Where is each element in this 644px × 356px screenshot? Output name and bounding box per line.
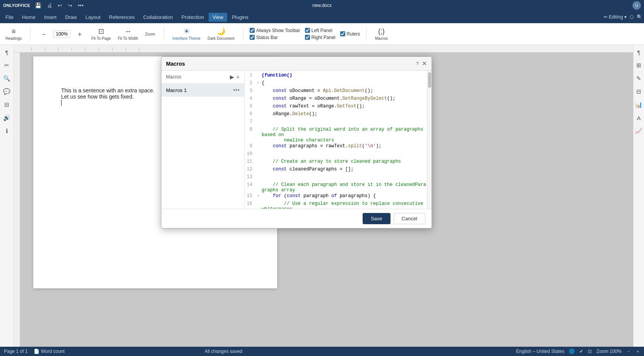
menu-references[interactable]: References (105, 13, 139, 22)
always-show-toolbar-label: Always Show Toolbar (256, 28, 300, 33)
zoom-in-button[interactable]: ＋ (73, 28, 87, 40)
redo-icon[interactable]: ↪ (66, 2, 74, 9)
run-macro-button[interactable]: ▶ (230, 74, 234, 80)
track-changes-icon[interactable]: ✔ (579, 349, 583, 354)
view-mode-icon[interactable]: ⊡ (588, 349, 592, 354)
menu-layout[interactable]: Layout (82, 13, 104, 22)
zoom-in-icon: ＋ (76, 29, 83, 39)
right-sidebar-table[interactable]: ⊞ (633, 60, 644, 71)
line-code-13 (262, 174, 427, 174)
menu-protection[interactable]: Protection (178, 13, 208, 22)
dialog-help-button[interactable]: ? (416, 61, 419, 66)
fit-to-width-button[interactable]: ↔ Fit To Width (115, 26, 140, 42)
code-line-13: 13 (245, 174, 427, 182)
code-line-7: 7 (245, 119, 427, 126)
more-icon[interactable]: ••• (76, 2, 85, 9)
toolbar-sep-1 (30, 27, 31, 41)
spell-check-icon[interactable]: 🌐 (569, 349, 575, 354)
dark-document-button[interactable]: 🌙 Dark Document (205, 26, 236, 42)
save-icon[interactable]: 💾 (33, 2, 43, 9)
document-title: new.docx (312, 3, 332, 8)
interface-theme-label: Interface Theme (173, 36, 201, 41)
cancel-button[interactable]: Cancel (394, 213, 425, 224)
code-line-14: 14 // Clean each paragraph and store it … (245, 182, 427, 193)
right-sidebar-chart[interactable]: 📊 (633, 99, 644, 111)
save-button[interactable]: Save (363, 213, 391, 224)
print-icon[interactable]: 🖨 (45, 2, 54, 9)
menu-home[interactable]: Home (18, 13, 39, 22)
sidebar-icon-cut[interactable]: ✂ (1, 60, 13, 71)
code-editor[interactable]: 1 (function() 2 ▾ { 3 (245, 71, 427, 209)
right-sidebar-minus[interactable]: ⊟ (633, 86, 644, 97)
zoom-increase[interactable]: ＋ (635, 348, 640, 355)
fit-to-page-button[interactable]: ⊡ Fit To Page (89, 26, 113, 42)
dialog-title: Macros (166, 61, 185, 67)
dialog-footer: Save Cancel (161, 209, 432, 228)
sidebar-icon-table[interactable]: ⊟ (1, 99, 13, 111)
line-number-10: 10 (245, 151, 257, 157)
menu-file[interactable]: File (2, 13, 17, 22)
line-arrow-2: ▾ (257, 80, 262, 85)
undo-icon[interactable]: ↩ (56, 2, 64, 9)
menu-draw[interactable]: Draw (61, 13, 80, 22)
macros-list-panel: Macros ▶ + Macros 1 ••• (161, 71, 245, 209)
add-macro-button[interactable]: + (236, 74, 240, 80)
left-panel-row: Left Panel (305, 28, 336, 33)
sidebar-icon-info[interactable]: ℹ (1, 125, 13, 137)
line-arrow-3 (257, 88, 262, 89)
macros-dialog: Macros ? ✕ Macros ▶ + (161, 56, 432, 228)
line-arrow-16 (257, 201, 262, 201)
sidebar-icon-comment[interactable]: 💬 (1, 86, 13, 97)
macro-more-button[interactable]: ••• (233, 87, 240, 94)
right-sidebar-stats[interactable]: 📈 (633, 125, 644, 137)
code-scrollbar[interactable] (427, 71, 432, 209)
line-number-14: 14 (245, 182, 257, 187)
interface-theme-button[interactable]: ☀ Interface Theme (170, 26, 203, 42)
zoom-group: － 100% ＋ ⊡ Fit To Page ↔ Fit To Width Zo… (37, 26, 157, 42)
word-count-label[interactable]: 📄 Word count (34, 349, 65, 354)
rulers-checkbox[interactable] (340, 31, 345, 36)
always-show-toolbar-checkbox[interactable] (250, 28, 255, 33)
fit-to-width-label: Fit To Width (118, 36, 138, 41)
sidebar-icon-para[interactable]: ¶ (1, 46, 13, 58)
search-icon[interactable]: 🔍 (637, 14, 642, 20)
macros-icon: {;} (378, 27, 385, 36)
right-sidebar-text[interactable]: A (633, 112, 644, 124)
code-line-12: 12 const cleanedParagraphs = []; (245, 166, 427, 174)
status-bar-checkbox[interactable] (250, 35, 255, 40)
toolbar-sep-2 (164, 27, 164, 41)
right-sidebar-edit[interactable]: ✎ (633, 73, 644, 84)
status-right: English – United States 🌐 ✔ ⊡ Zoom 100% … (516, 348, 640, 355)
line-arrow-13 (257, 174, 262, 175)
menu-plugins[interactable]: Plugins (228, 13, 252, 22)
zoom-value[interactable]: 100% (53, 30, 70, 38)
menu-collaboration[interactable]: Collaboration (139, 13, 177, 22)
macros-button[interactable]: {;} Macros (373, 26, 390, 42)
right-panel-checkbox[interactable] (305, 35, 310, 40)
language-label[interactable]: English – United States (516, 349, 565, 354)
macros-header-buttons: ▶ + (230, 74, 240, 80)
scrollbar-thumb (428, 72, 431, 88)
menu-insert[interactable]: Insert (40, 13, 61, 22)
dialog-close-button[interactable]: ✕ (422, 60, 427, 67)
line-arrow-1 (257, 72, 262, 73)
rulers-label: Rulers (347, 31, 360, 37)
line-number-4: 4 (245, 95, 257, 101)
headings-button[interactable]: ≡ Headings (3, 26, 24, 42)
zoom-decrease[interactable]: － (626, 348, 631, 355)
left-panel-checkbox[interactable] (305, 28, 310, 33)
menu-view[interactable]: View (209, 13, 227, 22)
status-bar-row: Status Bar (250, 35, 300, 40)
macro-item-1[interactable]: Macros 1 ••• (161, 83, 244, 97)
macros-label: Macros (375, 36, 388, 41)
line-code-5: const rawText = oRange.GetText(); (262, 103, 427, 109)
right-sidebar-para[interactable]: ¶ (633, 46, 644, 58)
panel-options-group: Left Panel Right Panel (305, 28, 336, 40)
macros-list: Macros 1 ••• (161, 83, 244, 209)
zoom-out-button[interactable]: － (37, 28, 51, 40)
code-line-9: 9 const paragraphs = rawText.split('\n')… (245, 143, 427, 151)
sidebar-icon-search[interactable]: 🔍 (1, 73, 13, 84)
line-code-16: // Use a regular expression to replace c… (262, 201, 427, 209)
sidebar-icon-sound[interactable]: 🔊 (1, 112, 13, 124)
share-icon[interactable]: ⬡ (630, 14, 634, 20)
